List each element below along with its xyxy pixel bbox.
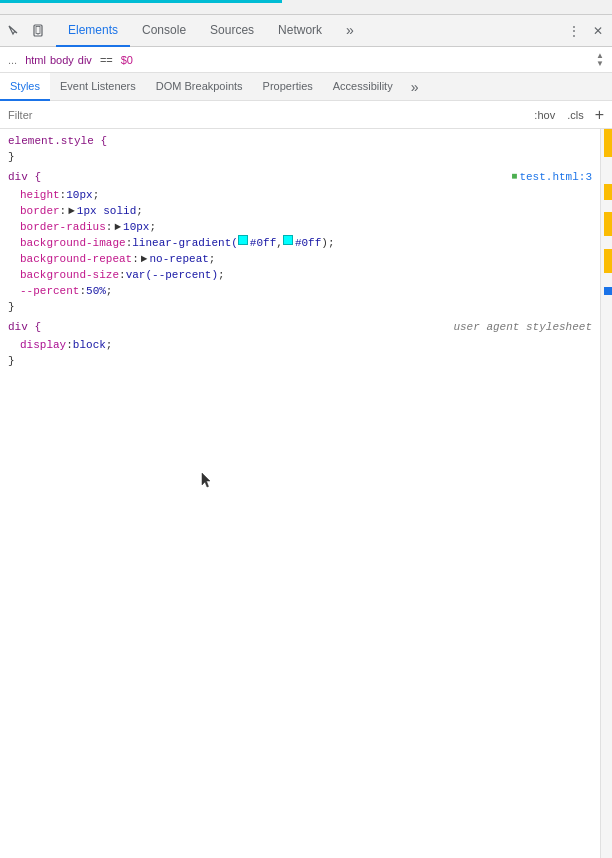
tab-dom-breakpoints[interactable]: DOM Breakpoints — [146, 73, 253, 101]
div-ua-close[interactable]: } — [0, 353, 600, 369]
styles-tabs: Styles Event Listeners DOM Breakpoints P… — [0, 73, 612, 101]
breadcrumb-dots: ... — [8, 54, 17, 66]
devtools-tabs: Elements Console Sources Network » — [56, 15, 564, 47]
div-ua-header[interactable]: div { user agent stylesheet — [0, 317, 600, 337]
prop-border[interactable]: border : ► 1px solid ; — [0, 203, 600, 219]
add-style-button[interactable]: + — [595, 107, 604, 123]
color-swatch-2[interactable] — [283, 235, 293, 245]
filter-buttons: :hov .cls — [531, 108, 586, 122]
gutter-mark-2 — [604, 184, 612, 200]
scroll-down-icon[interactable]: ▼ — [596, 60, 604, 68]
breadcrumb-body[interactable]: body — [50, 54, 74, 66]
tab-event-listeners[interactable]: Event Listeners — [50, 73, 146, 101]
tab-more[interactable]: » — [334, 15, 366, 47]
tab-accessibility[interactable]: Accessibility — [323, 73, 403, 101]
prop-percent-var[interactable]: --percent : 50% ; — [0, 283, 600, 299]
breadcrumb-bar: ... html body div == $0 ▲ ▼ — [0, 47, 612, 73]
color-swatch-1[interactable] — [238, 235, 248, 245]
tab-console[interactable]: Console — [130, 15, 198, 47]
svg-rect-1 — [36, 26, 40, 33]
breadcrumb-div[interactable]: div — [78, 54, 92, 66]
right-gutter[interactable] — [600, 129, 612, 858]
breadcrumb-scroll[interactable]: ▲ ▼ — [596, 47, 604, 73]
border-expand-icon[interactable]: ► — [68, 203, 75, 219]
prop-display[interactable]: display : block ; — [0, 337, 600, 353]
code-area: element.style { } div { ■ test.html:3 — [0, 129, 612, 858]
element-style-rule: element.style { } — [0, 133, 600, 165]
gutter-mark-5 — [604, 287, 612, 295]
tab-styles[interactable]: Styles — [0, 73, 50, 101]
breadcrumb-dollar: $0 — [121, 54, 133, 66]
prop-background-repeat[interactable]: background-repeat : ► no-repeat ; — [0, 251, 600, 267]
tab-sources[interactable]: Sources — [198, 15, 266, 47]
progress-bar — [0, 0, 282, 3]
devtools-toolbar: Elements Console Sources Network » ⋮ ✕ — [0, 15, 612, 47]
toolbar-icons — [4, 21, 48, 41]
element-style-close[interactable]: } — [0, 149, 600, 165]
gutter-mark-3 — [604, 212, 612, 236]
filter-input[interactable] — [8, 109, 523, 121]
div-rule: div { ■ test.html:3 height : 10px ; bord… — [0, 167, 600, 315]
source-link-icon: ■ — [511, 169, 517, 185]
breadcrumb-html[interactable]: html — [25, 54, 46, 66]
user-agent-label: user agent stylesheet — [453, 319, 592, 335]
source-link[interactable]: ■ test.html:3 — [511, 169, 592, 185]
browser-top-bar — [0, 0, 612, 14]
svg-point-2 — [38, 34, 39, 35]
prop-background-size[interactable]: background-size : var(--percent) ; — [0, 267, 600, 283]
toolbar-right: ⋮ ✕ — [564, 21, 608, 41]
div-rule-header[interactable]: div { ■ test.html:3 — [0, 167, 600, 187]
div-ua-rule: div { user agent stylesheet display : bl… — [0, 317, 600, 369]
filter-bar: :hov .cls + — [0, 101, 612, 129]
devtools-panel: Elements Console Sources Network » ⋮ ✕ — [0, 14, 612, 858]
div-rule-close[interactable]: } — [0, 299, 600, 315]
hov-filter-button[interactable]: :hov — [531, 108, 558, 122]
prop-border-radius[interactable]: border-radius : ► 10px ; — [0, 219, 600, 235]
tab-properties[interactable]: Properties — [253, 73, 323, 101]
settings-icon[interactable]: ⋮ — [564, 21, 584, 41]
styles-pane[interactable]: element.style { } div { ■ test.html:3 — [0, 129, 600, 858]
element-style-selector[interactable]: element.style { — [0, 133, 600, 149]
inspect-icon[interactable] — [4, 21, 24, 41]
close-devtools-button[interactable]: ✕ — [588, 21, 608, 41]
device-icon[interactable] — [28, 21, 48, 41]
gutter-mark-4 — [604, 249, 612, 273]
tab-network[interactable]: Network — [266, 15, 334, 47]
border-radius-expand-icon[interactable]: ► — [114, 219, 121, 235]
cursor-indicator — [200, 471, 212, 494]
prop-height[interactable]: height : 10px ; — [0, 187, 600, 203]
bg-repeat-expand-icon[interactable]: ► — [141, 251, 148, 267]
prop-background-image[interactable]: background-image : linear-gradient( #0ff… — [0, 235, 600, 251]
styles-tabs-more[interactable]: » — [407, 79, 423, 95]
tab-elements[interactable]: Elements — [56, 15, 130, 47]
gutter-mark-1 — [604, 129, 612, 157]
cls-filter-button[interactable]: .cls — [564, 108, 587, 122]
